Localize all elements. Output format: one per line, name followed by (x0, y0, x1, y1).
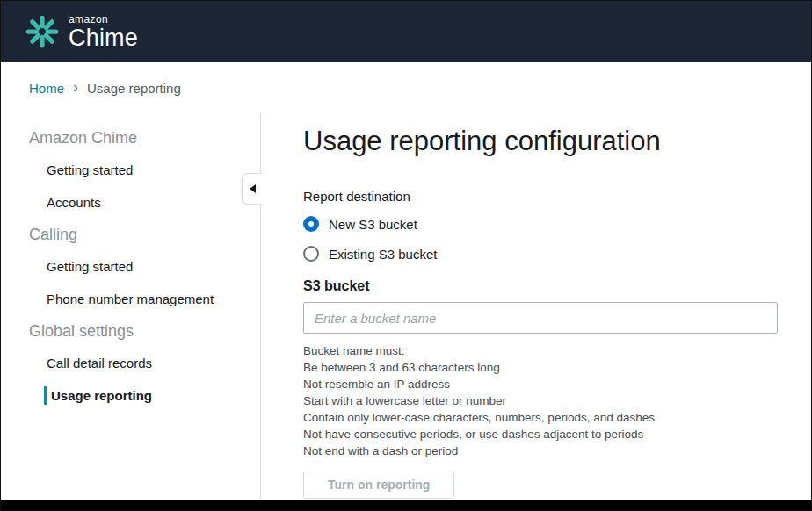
breadcrumb: Home › Usage reporting (1, 62, 811, 113)
bucket-rule: Be between 3 and 63 characters long (303, 359, 778, 376)
chevron-right-icon: › (73, 79, 78, 95)
radio-new-s3-bucket-label: New S3 bucket (329, 217, 417, 232)
sidebar-section-calling: Calling (1, 219, 260, 250)
radio-unselected-icon (303, 246, 319, 262)
logo-text: amazon Chime (69, 14, 138, 50)
bucket-rule: Not resemble an IP address (303, 376, 778, 392)
turn-on-reporting-button[interactable]: Turn on reporting (303, 471, 454, 499)
sidebar-collapse-button[interactable] (242, 173, 262, 205)
footer-bar (1, 500, 811, 510)
sidebar-item-phone-number-management[interactable]: Phone number management (1, 283, 260, 315)
logo-amazon-text: amazon (69, 14, 138, 25)
sidebar-item-usage-reporting[interactable]: Usage reporting (1, 379, 260, 412)
page-title: Usage reporting configuration (303, 126, 778, 157)
bucket-rule: Contain only lower-case characters, numb… (303, 409, 778, 426)
chime-flower-icon (24, 13, 61, 50)
radio-selected-icon (303, 216, 319, 232)
bucket-name-input[interactable] (303, 302, 778, 334)
bucket-rule: Start with a lowercase letter or number (303, 392, 778, 409)
sidebar-item-accounts[interactable]: Accounts (1, 186, 260, 219)
breadcrumb-home-link[interactable]: Home (29, 81, 64, 96)
main-panel: Usage reporting configuration Report des… (261, 113, 811, 501)
sidebar-item-getting-started[interactable]: Getting started (1, 154, 260, 186)
sidebar-section-amazon-chime: Amazon Chime (1, 122, 260, 154)
radio-existing-s3-bucket[interactable]: Existing S3 bucket (303, 243, 778, 264)
logo-chime-text: Chime (69, 26, 138, 50)
radio-new-s3-bucket[interactable]: New S3 bucket (303, 213, 778, 234)
sidebar-item-calling-getting-started[interactable]: Getting started (1, 250, 260, 283)
chevron-left-icon (250, 184, 256, 193)
sidebar: Amazon Chime Getting started Accounts Ca… (1, 113, 261, 501)
sidebar-section-global-settings: Global settings (1, 315, 260, 347)
s3-bucket-label: S3 bucket (303, 278, 778, 294)
bucket-name-rules: Bucket name must: Be between 3 and 63 ch… (303, 342, 778, 459)
page: amazon Chime Home › Usage reporting Amaz… (0, 0, 812, 511)
bucket-rules-intro: Bucket name must: (303, 342, 778, 359)
bucket-rule: Not have consecutive periods, or use das… (303, 426, 778, 443)
chime-logo[interactable]: amazon Chime (24, 13, 138, 50)
content-area: Amazon Chime Getting started Accounts Ca… (1, 113, 811, 501)
radio-existing-s3-bucket-label: Existing S3 bucket (329, 247, 437, 262)
sidebar-active-item-label: Usage reporting (44, 386, 152, 405)
app-header: amazon Chime (1, 1, 811, 62)
bucket-rule: Not end with a dash or period (303, 443, 778, 459)
sidebar-item-call-detail-records[interactable]: Call detail records (1, 347, 260, 379)
report-destination-label: Report destination (303, 189, 778, 204)
breadcrumb-current: Usage reporting (87, 81, 181, 96)
